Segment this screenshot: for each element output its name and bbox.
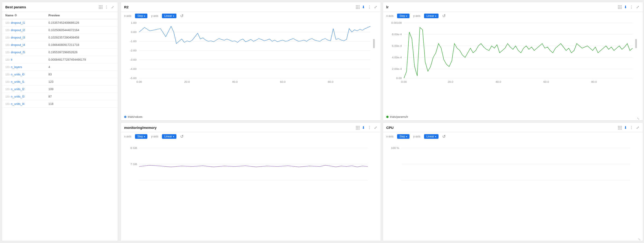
lr-y-axis-label: y-axis [413,14,420,18]
memory-reset-button[interactable]: ↺ [180,134,184,139]
memory-x-step-button[interactable]: Step ▾ [135,134,148,139]
r2-reset-button[interactable]: ↺ [180,14,184,18]
memory-y-axis-label: y-axis [151,135,158,138]
lr-title: lr [386,5,388,9]
svg-text:40.0: 40.0 [496,81,501,83]
r2-y-linear-button[interactable]: Linear ▾ [162,14,176,18]
param-value-cell: 83 [45,71,118,78]
param-name[interactable]: n_units_l0 [11,73,24,76]
param-name-cell: 123 dropout_l1 [2,19,45,27]
cpu-y-select[interactable]: Linear ▾ [424,134,438,139]
lr-grid-icon[interactable] [618,5,622,9]
svg-text:8.00e-4: 8.00e-4 [392,33,402,36]
param-name[interactable]: n_layers [11,65,22,69]
cpu-chart-area: 100 % [383,140,643,241]
r2-legend-label: trials/values [128,115,142,119]
param-name[interactable]: n_units_l3 [11,95,24,98]
param-value-cell: 0.16664080917211718 [45,41,118,49]
lr-zoom-icon[interactable]: ⤡ [637,117,640,120]
memory-grid-icon[interactable] [356,126,360,130]
memory-x-select[interactable]: Step ▾ [135,134,148,139]
cpu-expand-button[interactable]: ⤢ [636,125,640,130]
param-name[interactable]: n_units_l1 [11,80,24,83]
param-name[interactable]: lr [11,58,12,61]
table-row: 123 dropout_l5 0.1955397296652626 [2,49,118,56]
memory-download-button[interactable]: ⬇ [362,125,365,130]
param-name[interactable]: dropout_l5 [11,51,25,54]
lr-legend-label: trials/params/lr [390,115,408,119]
lr-expand-button[interactable]: ⤢ [636,5,640,10]
cpu-x-select[interactable]: Step ▾ [397,134,410,139]
r2-grid-icon[interactable] [356,5,360,9]
param-name-cell: 123 n_units_l0 [2,71,45,78]
lr-chart-controls: x-axis Step ▾ y-axis Linear ▾ ↺ [383,12,643,20]
param-name-cell: 123 n_units_l2 [2,86,45,93]
cpu-grid-icon[interactable] [618,126,622,130]
r2-x-select[interactable]: Step ▾ [135,14,148,18]
svg-text:2.00e-4: 2.00e-4 [392,68,402,71]
table-row: 123 n_units_l4 118 [2,100,118,108]
lr-x-select[interactable]: Step ▾ [397,14,410,18]
type-icon: 123 [5,66,10,69]
preview-column-header: Preview [45,12,118,19]
r2-download-button[interactable]: ⬇ [362,5,365,10]
lr-chart-area: 0.00100 8.00e-4 6.00e-4 4.00e-4 2.00e-4 … [383,20,643,114]
r2-x-axis-label: x-axis [124,14,131,18]
type-icon: 123 [5,51,10,54]
cpu-more-button[interactable]: ⋮ [629,125,634,130]
svg-text:60.0: 60.0 [543,81,549,83]
type-icon: 123 [5,88,10,91]
gear-icon[interactable]: ⚙ [14,14,17,17]
param-value-cell: 0.1955397296652626 [45,49,118,56]
param-name[interactable]: n_units_l4 [11,102,24,106]
param-name[interactable]: dropout_l2 [11,28,25,32]
memory-expand-button[interactable]: ⤢ [374,125,378,130]
type-icon: 123 [5,44,10,46]
more-options-button[interactable]: ⋮ [104,5,109,10]
param-name[interactable]: n_units_l2 [11,87,24,91]
name-column-header: Name ⚙ [2,12,45,19]
cpu-y-linear-button[interactable]: Linear ▾ [424,134,438,139]
svg-text:0.00100: 0.00100 [391,22,402,25]
svg-text:20.0: 20.0 [184,81,190,83]
cpu-reset-button[interactable]: ↺ [442,134,446,139]
lr-y-select[interactable]: Linear ▾ [424,14,438,18]
type-icon: 123 [5,95,10,98]
param-name-cell: 123 dropout_l2 [2,27,45,34]
memory-y-select[interactable]: Linear ▾ [162,134,176,139]
type-icon: 123 [5,36,10,39]
param-value-cell: 4 [45,63,118,71]
r2-y-select[interactable]: Linear ▾ [162,14,176,18]
expand-button[interactable]: ⤢ [111,5,114,10]
cpu-x-step-button[interactable]: Step ▾ [397,134,410,139]
table-row: 123 lr 0.000848177287454466179 [2,56,118,63]
r2-chart-controls: x-axis Step ▾ y-axis Linear ▾ ↺ [121,12,381,20]
table-row: 123 n_units_l0 83 [2,71,118,78]
lr-x-step-button[interactable]: Step ▾ [397,14,410,18]
memory-y-linear-button[interactable]: Linear ▾ [162,134,176,139]
lr-download-button[interactable]: ⬇ [624,5,628,10]
cpu-download-button[interactable]: ⬇ [624,125,628,130]
r2-more-button[interactable]: ⋮ [367,5,372,10]
type-icon: 123 [5,29,10,32]
param-name-cell: 123 n_layers [2,63,45,71]
param-name[interactable]: dropout_l1 [11,21,25,25]
lr-more-button[interactable]: ⋮ [629,5,634,10]
best-params-header: Best params ⋮ ⤢ [2,2,118,12]
best-params-panel: Best params ⋮ ⤢ Name ⚙ Preview [2,2,118,241]
r2-chart-area: 1.00 0.00 -1.00 -2.00 -3.00 -4.00 -5.00 … [121,20,381,114]
r2-expand-button[interactable]: ⤢ [374,5,378,10]
param-name[interactable]: dropout_l4 [11,43,25,47]
grid-view-icon[interactable] [99,5,102,9]
param-name[interactable]: dropout_l3 [11,36,25,39]
param-name-cell: 123 dropout_l3 [2,34,45,41]
lr-y-linear-button[interactable]: Linear ▾ [424,14,438,18]
lr-reset-button[interactable]: ↺ [442,14,446,18]
r2-x-step-button[interactable]: Step ▾ [135,14,148,18]
memory-more-button[interactable]: ⋮ [367,125,372,130]
svg-text:-4.00: -4.00 [130,68,136,71]
table-row: 123 n_units_l3 87 [2,93,118,100]
lr-panel: lr ⬇ ⋮ ⤢ x-axis Step ▾ y-axis [383,2,643,121]
svg-text:7 GB: 7 GB [130,163,137,166]
param-name-cell: 123 n_units_l3 [2,93,45,100]
